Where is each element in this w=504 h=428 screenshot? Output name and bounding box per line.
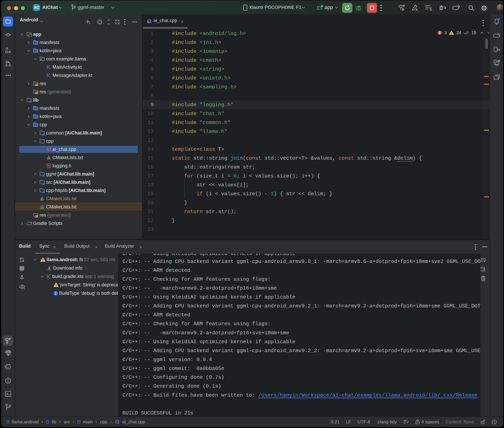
svg-text:A: A bbox=[416, 8, 418, 11]
svg-text:C: C bbox=[148, 20, 150, 23]
svg-text:C: C bbox=[48, 148, 49, 151]
svg-text:C: C bbox=[116, 420, 118, 423]
svg-text:5: 5 bbox=[430, 7, 432, 11]
